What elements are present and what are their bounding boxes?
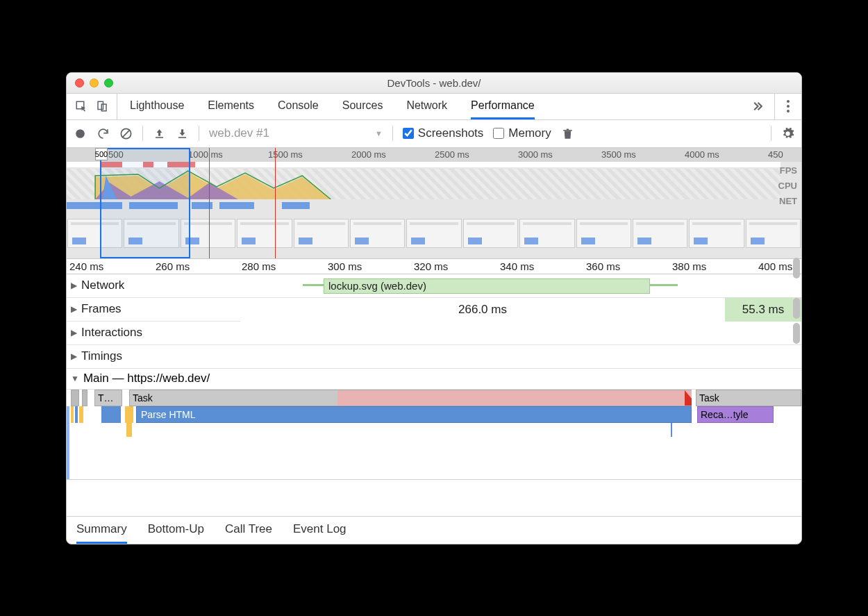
tab-console[interactable]: Console <box>278 94 319 119</box>
memory-checkbox[interactable]: Memory <box>493 126 551 140</box>
scrollbar-nub[interactable] <box>793 298 800 319</box>
screenshots-checkbox[interactable]: Screenshots <box>403 126 484 140</box>
svg-rect-2 <box>101 104 106 111</box>
svg-point-4 <box>787 105 790 108</box>
screenshot-filmstrip <box>67 217 801 249</box>
cpu-overview <box>67 169 781 199</box>
frame-duration-short[interactable]: 55.3 ms <box>725 298 801 322</box>
details-tabs: Summary Bottom-Up Call Tree Event Log <box>67 516 801 544</box>
detail-ruler: 240 ms 260 ms 280 ms 300 ms 320 ms 340 m… <box>67 259 801 274</box>
devtools-window: DevTools - web.dev/ Lighthouse Elements … <box>66 72 802 544</box>
tab-performance[interactable]: Performance <box>471 94 535 119</box>
micro-task[interactable] <box>71 390 79 406</box>
task-block-long[interactable]: Task <box>129 390 692 406</box>
main-thread-track[interactable]: ▼Main — https://web.dev/ <box>67 369 801 390</box>
task-block[interactable]: T… <box>94 390 122 406</box>
tab-call-tree[interactable]: Call Tree <box>225 517 272 544</box>
tab-bottom-up[interactable]: Bottom-Up <box>148 517 204 544</box>
save-profile-button[interactable] <box>176 127 189 140</box>
flame-chart[interactable]: T… Task Task Parse HTML Reca…tyle <box>67 390 801 480</box>
overview-pane[interactable]: 500 1000 ms 1500 ms 2000 ms 2500 ms 3000… <box>67 148 801 259</box>
tab-summary[interactable]: Summary <box>76 517 127 544</box>
interactions-track[interactable]: ▶Interactions <box>67 322 801 345</box>
recording-selector[interactable]: web.dev #1 ▼ <box>209 126 383 140</box>
micro-task[interactable] <box>82 390 87 406</box>
more-tabs-button[interactable] <box>740 94 774 119</box>
overview-label-fps: FPS <box>778 163 797 178</box>
tab-network[interactable]: Network <box>406 94 447 119</box>
tab-sources[interactable]: Sources <box>342 94 383 119</box>
tab-event-log[interactable]: Event Log <box>293 517 347 544</box>
clear-button[interactable] <box>119 127 133 140</box>
overview-label-net: NET <box>778 194 797 209</box>
scrollbar-nub[interactable] <box>793 323 800 344</box>
parse-html-block[interactable]: Parse HTML <box>136 406 692 423</box>
window-title: DevTools - web.dev/ <box>67 77 801 89</box>
tracks-pane: ▶Network lockup.svg (web.dev) ▶Frames 26… <box>67 274 801 480</box>
network-entry[interactable]: lockup.svg (web.dev) <box>324 278 650 294</box>
settings-menu-button[interactable] <box>774 94 801 119</box>
frames-track[interactable]: ▶Frames 266.0 ms 55.3 ms <box>67 298 801 322</box>
svg-point-3 <box>787 100 790 103</box>
svg-line-8 <box>122 129 130 137</box>
svg-point-6 <box>76 129 85 138</box>
overview-label-cpu: CPU <box>778 178 797 194</box>
inspect-element-icon[interactable] <box>75 100 87 113</box>
svg-point-5 <box>787 110 790 113</box>
frame-duration-long[interactable]: 266.0 ms <box>240 298 725 322</box>
titlebar: DevTools - web.dev/ <box>67 73 801 94</box>
device-toggle-icon[interactable] <box>96 100 108 113</box>
task-block[interactable]: Task <box>696 390 801 406</box>
svg-rect-1 <box>98 101 103 109</box>
timings-track[interactable]: ▶Timings <box>67 345 801 369</box>
tab-elements[interactable]: Elements <box>208 94 254 119</box>
trash-button[interactable] <box>561 127 574 140</box>
overview-ruler: 500 1000 ms 1500 ms 2000 ms 2500 ms 3000… <box>67 148 801 162</box>
main-tabs-bar: Lighthouse Elements Console Sources Netw… <box>67 94 801 120</box>
performance-toolbar: web.dev #1 ▼ Screenshots Memory <box>67 120 801 148</box>
load-profile-button[interactable] <box>153 127 166 140</box>
reload-record-button[interactable] <box>97 127 110 140</box>
svg-rect-10 <box>178 137 186 138</box>
record-button[interactable] <box>74 127 87 140</box>
tab-lighthouse[interactable]: Lighthouse <box>130 94 184 119</box>
svg-rect-9 <box>156 137 163 138</box>
network-track[interactable]: ▶Network lockup.svg (web.dev) <box>67 274 801 298</box>
recalc-style-block[interactable]: Reca…tyle <box>697 406 774 423</box>
gear-icon[interactable] <box>781 127 794 140</box>
net-overview <box>67 202 781 209</box>
